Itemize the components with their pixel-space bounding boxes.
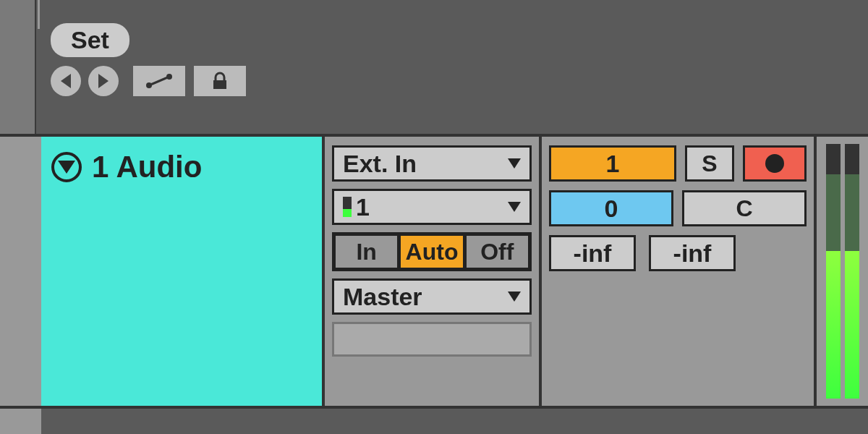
automation-toggle-button[interactable] bbox=[133, 66, 185, 96]
output-label: Master bbox=[343, 283, 422, 311]
level-meters bbox=[817, 134, 868, 409]
chevron-down-icon bbox=[508, 202, 521, 212]
timeline-marker bbox=[38, 0, 40, 29]
volume-display-a[interactable]: -inf bbox=[549, 235, 636, 271]
track-header[interactable]: 1 Audio bbox=[41, 134, 325, 409]
svg-rect-3 bbox=[213, 80, 226, 89]
lock-icon bbox=[210, 71, 230, 91]
chevron-down-icon bbox=[58, 161, 75, 174]
pan-value[interactable]: 0 bbox=[549, 190, 673, 226]
output-channel-slot[interactable] bbox=[332, 322, 532, 357]
record-arm-button[interactable] bbox=[743, 145, 807, 182]
mixer-panel: 1 S 0 C -inf -inf bbox=[542, 134, 817, 409]
track-gutter bbox=[0, 134, 41, 409]
monitor-in-button[interactable]: In bbox=[336, 236, 401, 268]
audio-input-type-dropdown[interactable]: Ext. In bbox=[332, 145, 532, 182]
mixer-row-1: 1 S bbox=[549, 145, 807, 182]
arrow-left-icon bbox=[61, 74, 71, 88]
volume-display-b[interactable]: -inf bbox=[649, 235, 736, 271]
meter-left bbox=[826, 144, 841, 399]
svg-line-1 bbox=[149, 77, 169, 85]
meter-level bbox=[845, 251, 859, 399]
track-activator-button[interactable]: 1 bbox=[549, 145, 676, 182]
monitor-selector: In Auto Off bbox=[332, 232, 532, 271]
bottom-gutter bbox=[0, 409, 41, 434]
set-button[interactable]: Set bbox=[51, 23, 129, 57]
mixer-row-2: 0 C bbox=[549, 190, 807, 226]
meter-peak bbox=[845, 174, 859, 251]
input-type-label: Ext. In bbox=[343, 150, 417, 178]
track-row: 1 Audio Ext. In 1 In Auto Off Master 1 bbox=[0, 134, 868, 409]
svg-point-2 bbox=[166, 74, 172, 80]
track-collapse-toggle[interactable] bbox=[51, 152, 82, 182]
record-icon bbox=[765, 154, 784, 173]
track-name-label[interactable]: 1 Audio bbox=[92, 150, 202, 184]
input-channel-label: 1 bbox=[356, 193, 370, 221]
nav-row bbox=[51, 66, 868, 96]
arrow-right-icon bbox=[98, 74, 109, 88]
track-header-top: 1 Audio bbox=[51, 150, 312, 184]
nav-forward-button[interactable] bbox=[88, 66, 119, 96]
audio-input-channel-dropdown[interactable]: 1 bbox=[332, 189, 532, 225]
meter-peak bbox=[826, 174, 841, 251]
mixer-row-3: -inf -inf bbox=[549, 235, 807, 271]
nav-back-button[interactable] bbox=[51, 66, 81, 96]
channel-indicator: 1 bbox=[343, 193, 370, 221]
mini-meter-icon bbox=[343, 197, 352, 217]
chevron-down-icon bbox=[508, 158, 521, 169]
solo-button[interactable]: S bbox=[685, 145, 734, 182]
monitor-auto-button[interactable]: Auto bbox=[401, 236, 466, 268]
io-panel: Ext. In 1 In Auto Off Master bbox=[325, 134, 542, 409]
bottom-strip bbox=[0, 409, 868, 434]
audio-output-dropdown[interactable]: Master bbox=[332, 278, 532, 315]
monitor-off-button[interactable]: Off bbox=[467, 236, 528, 268]
toolbar-area: Set bbox=[51, 23, 868, 117]
meter-level bbox=[826, 251, 841, 399]
pan-center-display[interactable]: C bbox=[682, 190, 807, 226]
automation-line-icon bbox=[145, 74, 174, 88]
meter-right bbox=[845, 144, 859, 399]
chevron-down-icon bbox=[508, 292, 521, 302]
lock-button[interactable] bbox=[194, 66, 246, 96]
